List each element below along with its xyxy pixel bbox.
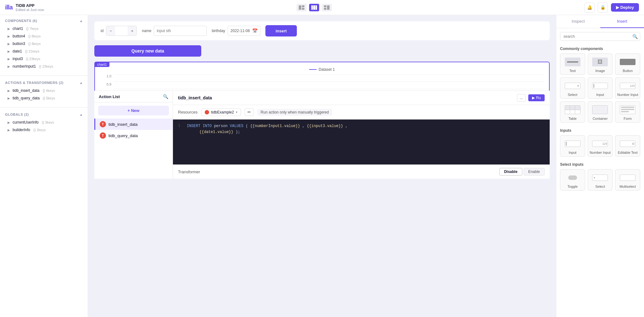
component-card-select[interactable]: ▾ Select — [560, 77, 585, 99]
action-controls: ... ▶ Ru — [517, 94, 545, 102]
query-new-data-button[interactable]: Query new data — [94, 45, 201, 57]
select-label: Select — [568, 93, 578, 97]
component-card-button[interactable]: Button — [615, 53, 640, 75]
notification-btn[interactable]: 🔔 — [585, 3, 595, 13]
globals-collapse-icon: ▲ — [80, 113, 83, 116]
globals-header[interactable]: GLOBALS (2) ▲ — [5, 113, 83, 116]
svg-rect-0 — [299, 5, 301, 10]
component-card-text[interactable]: Text — [560, 53, 585, 75]
id-increment-btn[interactable]: + — [128, 26, 136, 36]
component-date1[interactable]: ▶ date1 {} 21keys — [5, 48, 83, 55]
image-label: Image — [595, 69, 605, 73]
components-header[interactable]: COMPONENTS (6) ▲ — [5, 19, 83, 23]
right-panel: Inspect Insert 🔍 Commonly components Tex… — [556, 15, 644, 317]
more-button[interactable]: ... — [517, 94, 526, 102]
canvas-content: id − + name birthday 2022-11-08 📅 — [94, 21, 550, 179]
action-item-insert[interactable]: T tidb_insert_data — [94, 119, 173, 130]
tab-insert[interactable]: Insert — [600, 15, 644, 28]
share-btn[interactable]: 🔒 — [598, 3, 608, 13]
name-input[interactable] — [154, 26, 207, 36]
number-input-card-label: Number Input — [590, 151, 611, 154]
calendar-icon: 📅 — [252, 28, 258, 33]
global-builderInfo[interactable]: ▶ builderInfo {} 2keys — [5, 126, 83, 133]
id-decrement-btn[interactable]: − — [106, 26, 115, 36]
component-button4[interactable]: ▶ button4 {} 8keys — [5, 33, 83, 40]
resources-label: Resources — [178, 110, 197, 114]
new-action-button[interactable]: + New — [98, 106, 169, 115]
logo-mark: illa — [5, 4, 13, 11]
tab-inspect[interactable]: Inspect — [556, 15, 600, 28]
insert-button[interactable]: insert — [265, 25, 297, 36]
inputs-grid: Input 123 Number Input ⊟ Editable Text — [556, 135, 644, 160]
run-icon: ▶ — [532, 96, 535, 100]
globals-list: ▶ currentUserInfo {} 3keys ▶ builderInfo… — [5, 119, 83, 133]
id-field: id − + — [101, 26, 137, 36]
layout-btn-center[interactable] — [309, 4, 319, 11]
component-numberInput1[interactable]: ▶ numberInput1 {} 23keys — [5, 63, 83, 70]
layout-btn-left[interactable] — [297, 4, 307, 11]
component-card-number-input[interactable]: 123 Number Input — [615, 77, 640, 99]
birthday-date-input[interactable]: 2022-11-08 📅 — [228, 26, 260, 36]
transformer-label: Transformer — [178, 170, 200, 174]
search-input[interactable] — [560, 32, 640, 41]
illa-logo: illa — [5, 4, 13, 11]
id-number-input[interactable]: − + — [106, 26, 137, 36]
multiselect-card[interactable]: Multiselect — [615, 169, 640, 191]
run-button[interactable]: ▶ Ru — [528, 94, 545, 101]
component-chart1[interactable]: ▶ chart1 {} 7keys — [5, 25, 83, 32]
commonly-components-title: Commonly components — [556, 45, 644, 53]
app-title: TiDB APP — [16, 3, 44, 8]
number-input-preview: 123 — [618, 80, 637, 92]
table-label: Table — [569, 117, 577, 120]
input-card-label: Input — [569, 151, 576, 154]
topbar-center — [297, 4, 332, 11]
disable-button[interactable]: Disable — [499, 168, 522, 175]
svg-rect-8 — [327, 5, 330, 10]
action-resources: Resources tidbExample2 ▾ ✏ Run action on… — [173, 105, 550, 120]
action-item-query[interactable]: T tidb_query_data — [94, 130, 173, 141]
edit-resource-button[interactable]: ✏ — [245, 108, 254, 116]
component-button3[interactable]: ▶ button3 {} 8keys — [5, 40, 83, 47]
component-input3[interactable]: ▶ input3 {} 23keys — [5, 55, 83, 62]
resource-name: tidbExample2 — [211, 110, 234, 114]
code-editor[interactable]: 1 INSERT INTO person VALUES ( {{numberIn… — [173, 120, 550, 164]
id-label: id — [101, 29, 103, 33]
collapse-icon: ▲ — [80, 19, 83, 23]
select-card-preview: ▾ — [591, 172, 609, 183]
search-box: 🔍 — [560, 32, 640, 41]
action-tidb-query[interactable]: ▶ tidb_query_data {} 5keys — [5, 95, 83, 102]
action-search-icon[interactable]: 🔍 — [163, 94, 168, 99]
component-card-container[interactable]: Container — [588, 101, 613, 123]
component-card-image[interactable]: 🖼 Image — [588, 53, 613, 75]
right-tabs: Inspect Insert — [556, 15, 644, 28]
form-row: id − + name birthday 2022-11-08 📅 — [94, 21, 550, 40]
number-input-card[interactable]: 123 Number Input — [588, 135, 613, 157]
enable-button[interactable]: Enable — [524, 168, 545, 175]
action-footer: Transformer Disable Enable — [173, 164, 550, 179]
action-editor-header: tidb_insert_data ... ▶ Ru — [173, 91, 550, 105]
actions-header[interactable]: ACTIONS & TRANSFORMERS (2) ▲ — [5, 81, 83, 85]
action-query-label: tidb_query_data — [108, 133, 138, 138]
deploy-button[interactable]: ▶ Deploy — [611, 3, 639, 12]
action-list: Action List 🔍 + New T tidb_insert_data T… — [94, 91, 173, 179]
svg-rect-6 — [324, 5, 326, 7]
input-card[interactable]: Input — [560, 135, 585, 157]
svg-rect-2 — [302, 8, 304, 10]
select-card[interactable]: ▾ Select — [588, 169, 613, 191]
canvas: id − + name birthday 2022-11-08 📅 — [88, 15, 556, 317]
app-subtitle: Edited at Just now — [16, 8, 44, 12]
component-card-form[interactable]: Form — [615, 101, 640, 123]
action-tidb-insert[interactable]: ▶ tidb_insert_data {} 4keys — [5, 87, 83, 94]
components-title: COMPONENTS (6) — [5, 19, 37, 23]
id-input[interactable] — [115, 29, 128, 33]
component-card-input[interactable]: Input — [588, 77, 613, 99]
resource-select[interactable]: tidbExample2 ▾ — [201, 108, 241, 116]
input-label: Input — [596, 93, 604, 97]
toggle-card[interactable]: Toggle — [560, 169, 585, 191]
component-card-table[interactable]: Table — [560, 101, 585, 123]
actions-list: ▶ tidb_insert_data {} 4keys ▶ tidb_query… — [5, 87, 83, 102]
layout-btn-right[interactable] — [322, 4, 332, 11]
global-currentUserInfo[interactable]: ▶ currentUserInfo {} 3keys — [5, 119, 83, 126]
editable-text-card[interactable]: ⊟ Editable Text — [615, 135, 640, 157]
inputs-section-title: Inputs — [556, 126, 644, 135]
